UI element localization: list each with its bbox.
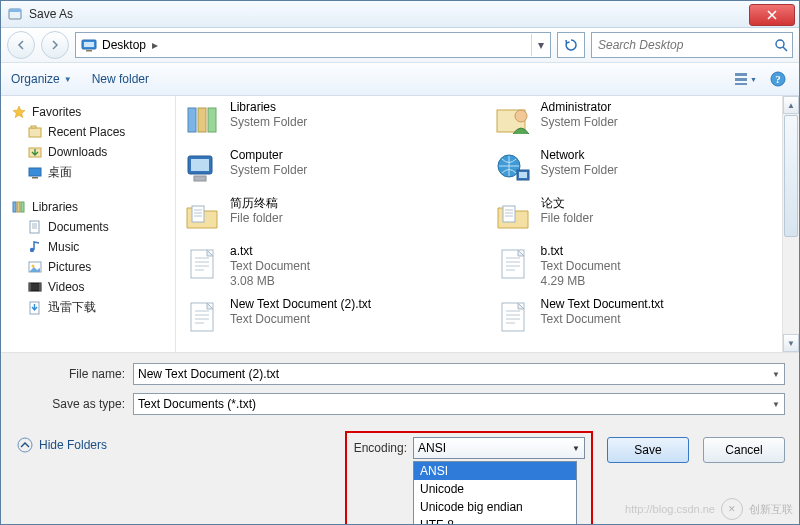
navbar: Desktop ▸ ▾ (1, 28, 799, 63)
address-history-button[interactable]: ▾ (531, 34, 550, 56)
encoding-option[interactable]: Unicode (414, 480, 576, 498)
svg-rect-9 (735, 83, 747, 85)
sidebar-item-xunlei[interactable]: 迅雷下载 (5, 297, 171, 318)
svg-rect-20 (30, 221, 39, 233)
svg-rect-19 (21, 202, 24, 212)
save-button[interactable]: Save (607, 437, 689, 463)
svg-rect-37 (191, 159, 209, 171)
search-icon (770, 38, 792, 52)
svg-point-35 (515, 110, 527, 122)
file-item[interactable]: NetworkSystem Folder (493, 148, 794, 188)
svg-rect-32 (198, 108, 206, 132)
bottom-panel: File name: New Text Document (2).txt ▼ S… (1, 352, 799, 525)
scroll-down-button[interactable]: ▼ (783, 334, 799, 352)
toolbar: Organize ▼ New folder ▼ ? (1, 63, 799, 96)
sidebar-item-downloads[interactable]: Downloads (5, 142, 171, 162)
sidebar-group-libraries[interactable]: Libraries (5, 197, 171, 217)
encoding-field[interactable]: ANSI ▼ (413, 437, 585, 459)
vertical-scrollbar[interactable]: ▲ ▼ (782, 96, 799, 352)
recent-icon (27, 124, 43, 140)
save-as-dialog: Save As Desktop ▸ ▾ (0, 0, 800, 525)
sidebar-item-pictures[interactable]: Pictures (5, 257, 171, 277)
file-size: 4.29 MB (541, 274, 621, 289)
body: Favorites Recent Places Downloads 桌面 Lib… (1, 96, 799, 352)
address-bar[interactable]: Desktop ▸ ▾ (75, 32, 551, 58)
file-item[interactable]: LibrariesSystem Folder (182, 100, 483, 140)
search-input[interactable] (592, 38, 770, 52)
chevron-right-icon[interactable]: ▸ (148, 38, 162, 52)
filename-label: File name: (15, 367, 133, 381)
file-name: a.txt (230, 244, 310, 259)
sidebar-item-recent-places[interactable]: Recent Places (5, 122, 171, 142)
file-name: 论文 (541, 196, 594, 211)
new-folder-button[interactable]: New folder (92, 72, 149, 86)
file-kind: System Folder (230, 115, 307, 130)
nav-forward-button[interactable] (41, 31, 69, 59)
svg-rect-18 (17, 202, 20, 212)
svg-rect-28 (29, 283, 31, 291)
file-name: New Text Document.txt (541, 297, 664, 312)
close-button[interactable] (749, 4, 795, 26)
svg-rect-42 (192, 206, 204, 222)
scroll-thumb[interactable] (784, 115, 798, 237)
chevron-up-icon (17, 437, 33, 453)
chevron-down-icon[interactable]: ▼ (572, 444, 580, 453)
cancel-button[interactable]: Cancel (703, 437, 785, 463)
sidebar-item-desktop-cn[interactable]: 桌面 (5, 162, 171, 183)
svg-text:?: ? (775, 73, 781, 85)
encoding-option[interactable]: Unicode big endian (414, 498, 576, 516)
nav-back-button[interactable] (7, 31, 35, 59)
filename-field[interactable]: New Text Document (2).txt ▼ (133, 363, 785, 385)
refresh-button[interactable] (557, 32, 585, 58)
view-options-button[interactable]: ▼ (735, 69, 757, 89)
chevron-down-icon[interactable]: ▼ (772, 400, 780, 409)
folder-icon (182, 196, 222, 236)
file-item[interactable]: 论文File folder (493, 196, 794, 236)
svg-rect-41 (519, 172, 527, 178)
help-button[interactable]: ? (767, 69, 789, 89)
svg-rect-4 (86, 50, 92, 52)
txt-icon (493, 244, 533, 284)
encoding-option[interactable]: UTF-8 (414, 516, 576, 525)
svg-point-5 (776, 40, 784, 48)
file-name: Libraries (230, 100, 307, 115)
sidebar-item-documents[interactable]: Documents (5, 217, 171, 237)
hide-folders-button[interactable]: Hide Folders (17, 437, 107, 453)
file-name: 简历终稿 (230, 196, 283, 211)
search-box[interactable] (591, 32, 793, 58)
file-item[interactable]: New Text Document (2).txtText Document (182, 297, 483, 337)
file-item[interactable]: b.txtText Document4.29 MB (493, 244, 794, 289)
downloads-icon (27, 144, 43, 160)
file-size: 3.08 MB (230, 274, 310, 289)
breadcrumb-item[interactable]: Desktop (102, 38, 146, 52)
file-kind: Text Document (230, 312, 371, 327)
svg-rect-17 (13, 202, 16, 212)
file-kind: System Folder (230, 163, 307, 178)
sidebar-group-favorites[interactable]: Favorites (5, 102, 171, 122)
file-pane[interactable]: LibrariesSystem FolderAdministratorSyste… (176, 96, 799, 352)
chevron-down-icon[interactable]: ▼ (772, 370, 780, 379)
sidebar-item-videos[interactable]: Videos (5, 277, 171, 297)
sidebar-item-music[interactable]: Music (5, 237, 171, 257)
encoding-option[interactable]: ANSI (414, 462, 576, 480)
organize-menu[interactable]: Organize ▼ (11, 72, 72, 86)
svg-rect-33 (208, 108, 216, 132)
breadcrumb[interactable]: Desktop ▸ (102, 38, 531, 52)
svg-rect-3 (84, 42, 94, 47)
encoding-label: Encoding: (353, 441, 407, 455)
encoding-dropdown[interactable]: ANSI Unicode Unicode big endian UTF-8 (413, 461, 577, 525)
svg-point-70 (18, 438, 32, 452)
svg-rect-7 (735, 73, 747, 76)
save-type-field[interactable]: Text Documents (*.txt) ▼ (133, 393, 785, 415)
file-item[interactable]: New Text Document.txtText Document (493, 297, 794, 337)
svg-rect-16 (32, 177, 38, 179)
file-name: Computer (230, 148, 307, 163)
file-item[interactable]: a.txtText Document3.08 MB (182, 244, 483, 289)
titlebar: Save As (1, 1, 799, 28)
file-name: Administrator (541, 100, 618, 115)
file-item[interactable]: ComputerSystem Folder (182, 148, 483, 188)
scroll-up-button[interactable]: ▲ (783, 96, 799, 114)
file-item[interactable]: AdministratorSystem Folder (493, 100, 794, 140)
file-item[interactable]: 简历终稿File folder (182, 196, 483, 236)
user-icon (493, 100, 533, 140)
